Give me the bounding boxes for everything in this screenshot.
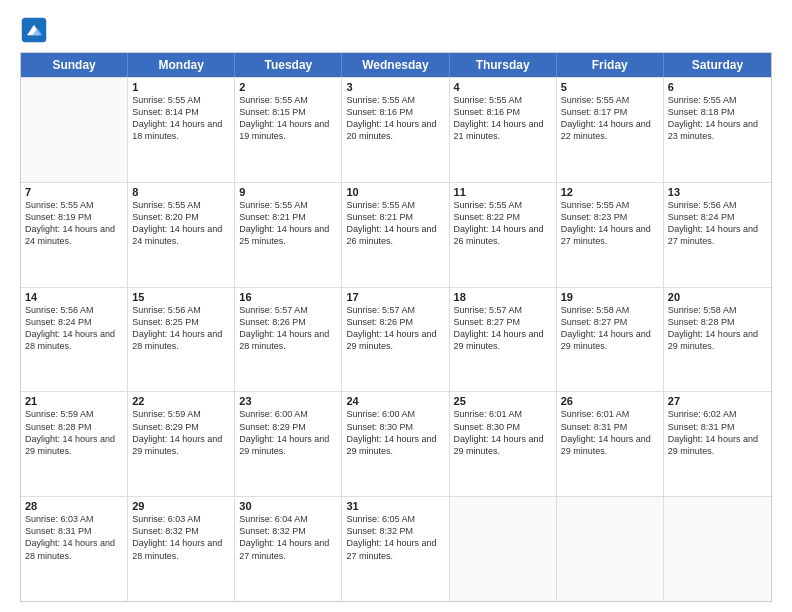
- cal-cell: 19Sunrise: 5:58 AM Sunset: 8:27 PM Dayli…: [557, 288, 664, 392]
- cal-cell: 12Sunrise: 5:55 AM Sunset: 8:23 PM Dayli…: [557, 183, 664, 287]
- cell-day-number: 18: [454, 291, 552, 303]
- cal-cell: 4Sunrise: 5:55 AM Sunset: 8:16 PM Daylig…: [450, 78, 557, 182]
- calendar-body: 1Sunrise: 5:55 AM Sunset: 8:14 PM Daylig…: [21, 77, 771, 601]
- cal-cell: 7Sunrise: 5:55 AM Sunset: 8:19 PM Daylig…: [21, 183, 128, 287]
- cell-day-number: 31: [346, 500, 444, 512]
- cal-cell: 20Sunrise: 5:58 AM Sunset: 8:28 PM Dayli…: [664, 288, 771, 392]
- cell-day-number: 13: [668, 186, 767, 198]
- header-day-monday: Monday: [128, 53, 235, 77]
- cell-day-number: 21: [25, 395, 123, 407]
- logo: [20, 16, 52, 44]
- cal-cell: 24Sunrise: 6:00 AM Sunset: 8:30 PM Dayli…: [342, 392, 449, 496]
- cell-info: Sunrise: 6:02 AM Sunset: 8:31 PM Dayligh…: [668, 408, 767, 457]
- cal-cell: 26Sunrise: 6:01 AM Sunset: 8:31 PM Dayli…: [557, 392, 664, 496]
- cal-cell: 11Sunrise: 5:55 AM Sunset: 8:22 PM Dayli…: [450, 183, 557, 287]
- cal-cell: [664, 497, 771, 601]
- cell-day-number: 20: [668, 291, 767, 303]
- cal-cell: [450, 497, 557, 601]
- cell-info: Sunrise: 5:55 AM Sunset: 8:20 PM Dayligh…: [132, 199, 230, 248]
- header-day-wednesday: Wednesday: [342, 53, 449, 77]
- week-row-2: 14Sunrise: 5:56 AM Sunset: 8:24 PM Dayli…: [21, 287, 771, 392]
- cal-cell: 17Sunrise: 5:57 AM Sunset: 8:26 PM Dayli…: [342, 288, 449, 392]
- cal-cell: 27Sunrise: 6:02 AM Sunset: 8:31 PM Dayli…: [664, 392, 771, 496]
- cell-info: Sunrise: 5:55 AM Sunset: 8:19 PM Dayligh…: [25, 199, 123, 248]
- cal-cell: 21Sunrise: 5:59 AM Sunset: 8:28 PM Dayli…: [21, 392, 128, 496]
- cell-day-number: 3: [346, 81, 444, 93]
- header-day-tuesday: Tuesday: [235, 53, 342, 77]
- week-row-3: 21Sunrise: 5:59 AM Sunset: 8:28 PM Dayli…: [21, 391, 771, 496]
- cell-info: Sunrise: 5:59 AM Sunset: 8:28 PM Dayligh…: [25, 408, 123, 457]
- cell-info: Sunrise: 5:56 AM Sunset: 8:24 PM Dayligh…: [25, 304, 123, 353]
- week-row-1: 7Sunrise: 5:55 AM Sunset: 8:19 PM Daylig…: [21, 182, 771, 287]
- cell-day-number: 12: [561, 186, 659, 198]
- cell-info: Sunrise: 5:56 AM Sunset: 8:25 PM Dayligh…: [132, 304, 230, 353]
- cell-day-number: 26: [561, 395, 659, 407]
- cell-day-number: 29: [132, 500, 230, 512]
- calendar-header: SundayMondayTuesdayWednesdayThursdayFrid…: [21, 53, 771, 77]
- header-day-thursday: Thursday: [450, 53, 557, 77]
- header-day-sunday: Sunday: [21, 53, 128, 77]
- cell-info: Sunrise: 6:03 AM Sunset: 8:31 PM Dayligh…: [25, 513, 123, 562]
- cell-info: Sunrise: 6:00 AM Sunset: 8:30 PM Dayligh…: [346, 408, 444, 457]
- cell-day-number: 2: [239, 81, 337, 93]
- cal-cell: 29Sunrise: 6:03 AM Sunset: 8:32 PM Dayli…: [128, 497, 235, 601]
- cell-day-number: 16: [239, 291, 337, 303]
- cell-info: Sunrise: 5:55 AM Sunset: 8:16 PM Dayligh…: [346, 94, 444, 143]
- cell-info: Sunrise: 6:01 AM Sunset: 8:30 PM Dayligh…: [454, 408, 552, 457]
- page: SundayMondayTuesdayWednesdayThursdayFrid…: [0, 0, 792, 612]
- cal-cell: 28Sunrise: 6:03 AM Sunset: 8:31 PM Dayli…: [21, 497, 128, 601]
- cell-day-number: 10: [346, 186, 444, 198]
- cell-info: Sunrise: 6:03 AM Sunset: 8:32 PM Dayligh…: [132, 513, 230, 562]
- week-row-0: 1Sunrise: 5:55 AM Sunset: 8:14 PM Daylig…: [21, 77, 771, 182]
- cal-cell: 10Sunrise: 5:55 AM Sunset: 8:21 PM Dayli…: [342, 183, 449, 287]
- calendar: SundayMondayTuesdayWednesdayThursdayFrid…: [20, 52, 772, 602]
- cell-info: Sunrise: 5:55 AM Sunset: 8:22 PM Dayligh…: [454, 199, 552, 248]
- cell-info: Sunrise: 5:55 AM Sunset: 8:23 PM Dayligh…: [561, 199, 659, 248]
- cal-cell: 18Sunrise: 5:57 AM Sunset: 8:27 PM Dayli…: [450, 288, 557, 392]
- cell-day-number: 14: [25, 291, 123, 303]
- cal-cell: [557, 497, 664, 601]
- cal-cell: 5Sunrise: 5:55 AM Sunset: 8:17 PM Daylig…: [557, 78, 664, 182]
- cell-info: Sunrise: 5:55 AM Sunset: 8:14 PM Dayligh…: [132, 94, 230, 143]
- cell-info: Sunrise: 5:55 AM Sunset: 8:21 PM Dayligh…: [239, 199, 337, 248]
- week-row-4: 28Sunrise: 6:03 AM Sunset: 8:31 PM Dayli…: [21, 496, 771, 601]
- cal-cell: 6Sunrise: 5:55 AM Sunset: 8:18 PM Daylig…: [664, 78, 771, 182]
- cell-info: Sunrise: 6:00 AM Sunset: 8:29 PM Dayligh…: [239, 408, 337, 457]
- cell-info: Sunrise: 5:58 AM Sunset: 8:27 PM Dayligh…: [561, 304, 659, 353]
- cell-info: Sunrise: 5:55 AM Sunset: 8:21 PM Dayligh…: [346, 199, 444, 248]
- cell-info: Sunrise: 6:05 AM Sunset: 8:32 PM Dayligh…: [346, 513, 444, 562]
- cell-day-number: 11: [454, 186, 552, 198]
- cal-cell: 15Sunrise: 5:56 AM Sunset: 8:25 PM Dayli…: [128, 288, 235, 392]
- cell-info: Sunrise: 5:55 AM Sunset: 8:16 PM Dayligh…: [454, 94, 552, 143]
- cell-info: Sunrise: 5:57 AM Sunset: 8:26 PM Dayligh…: [239, 304, 337, 353]
- cell-info: Sunrise: 6:04 AM Sunset: 8:32 PM Dayligh…: [239, 513, 337, 562]
- cal-cell: 3Sunrise: 5:55 AM Sunset: 8:16 PM Daylig…: [342, 78, 449, 182]
- cal-cell: 14Sunrise: 5:56 AM Sunset: 8:24 PM Dayli…: [21, 288, 128, 392]
- cell-info: Sunrise: 5:57 AM Sunset: 8:26 PM Dayligh…: [346, 304, 444, 353]
- cell-day-number: 25: [454, 395, 552, 407]
- header: [20, 16, 772, 44]
- cell-day-number: 6: [668, 81, 767, 93]
- cell-day-number: 4: [454, 81, 552, 93]
- cell-info: Sunrise: 5:55 AM Sunset: 8:17 PM Dayligh…: [561, 94, 659, 143]
- cell-info: Sunrise: 5:55 AM Sunset: 8:18 PM Dayligh…: [668, 94, 767, 143]
- cell-day-number: 22: [132, 395, 230, 407]
- cal-cell: 9Sunrise: 5:55 AM Sunset: 8:21 PM Daylig…: [235, 183, 342, 287]
- cell-day-number: 1: [132, 81, 230, 93]
- cal-cell: 1Sunrise: 5:55 AM Sunset: 8:14 PM Daylig…: [128, 78, 235, 182]
- cell-day-number: 15: [132, 291, 230, 303]
- cell-info: Sunrise: 5:57 AM Sunset: 8:27 PM Dayligh…: [454, 304, 552, 353]
- cell-day-number: 8: [132, 186, 230, 198]
- cal-cell: 23Sunrise: 6:00 AM Sunset: 8:29 PM Dayli…: [235, 392, 342, 496]
- cell-day-number: 17: [346, 291, 444, 303]
- cal-cell: 16Sunrise: 5:57 AM Sunset: 8:26 PM Dayli…: [235, 288, 342, 392]
- cell-day-number: 24: [346, 395, 444, 407]
- logo-icon: [20, 16, 48, 44]
- cal-cell: [21, 78, 128, 182]
- cell-info: Sunrise: 5:59 AM Sunset: 8:29 PM Dayligh…: [132, 408, 230, 457]
- cell-day-number: 5: [561, 81, 659, 93]
- cell-day-number: 19: [561, 291, 659, 303]
- cell-day-number: 27: [668, 395, 767, 407]
- cell-day-number: 7: [25, 186, 123, 198]
- cal-cell: 2Sunrise: 5:55 AM Sunset: 8:15 PM Daylig…: [235, 78, 342, 182]
